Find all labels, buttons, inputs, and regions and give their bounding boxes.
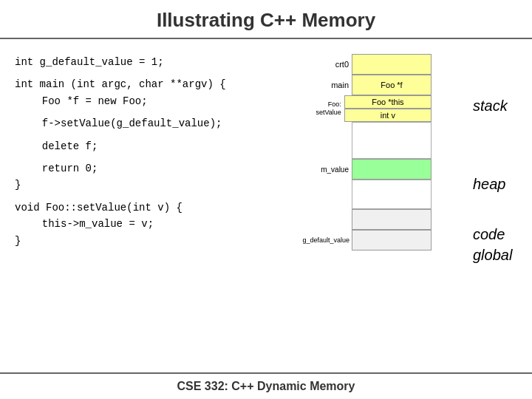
gap-cell1 — [352, 122, 432, 159]
foo-this-cell: Foo *this — [344, 95, 432, 109]
code-line9: return 0; — [15, 160, 306, 177]
footer-text: CSE 332: C++ Dynamic Memory — [0, 372, 532, 399]
code-line3: Foo *f = new Foo; — [15, 93, 306, 109]
int-v-cell: int v — [344, 109, 432, 122]
gap-row1 — [313, 122, 432, 159]
crt0-label: crt0 — [313, 54, 352, 75]
code-region-row — [313, 209, 432, 230]
crt0-row: crt0 — [313, 54, 432, 75]
code-line5: f->setValue(g_default_value); — [15, 115, 306, 132]
memory-section: crt0 main Foo *f Foo:setValue Foo *this … — [313, 54, 517, 365]
foo-setvalue-label: Foo:setValue — [313, 95, 344, 122]
code-line12: void Foo::setValue(int v) { — [15, 200, 306, 216]
global-cell — [352, 230, 432, 250]
heap-label: heap — [473, 174, 517, 194]
gap-row2 — [313, 180, 432, 209]
code-label: code — [473, 224, 517, 245]
mvalue-row: m_value — [313, 159, 432, 180]
crt0-cell — [352, 54, 432, 75]
code-line2: int main (int argc, char **argv) { — [15, 76, 306, 92]
gap-cell2 — [352, 180, 432, 209]
code-line1: int g_default_value = 1; — [15, 54, 306, 70]
g-default-label: g_default_value — [313, 230, 352, 250]
mvalue-label: m_value — [313, 159, 352, 180]
code-line14: } — [15, 233, 306, 249]
foo-setvalue-row: Foo:setValue Foo *this int v — [313, 95, 432, 122]
code-line7: delete f; — [15, 138, 306, 154]
section-labels: stack heap code global — [473, 54, 517, 265]
code-line13: this->m_value = v; — [15, 216, 306, 232]
stack-label: stack — [473, 75, 517, 137]
code-cell — [352, 209, 432, 230]
code-line10: } — [15, 177, 306, 193]
main-cell: Foo *f — [352, 75, 432, 95]
global-row: g_default_value — [313, 230, 432, 250]
diagram-and-labels: crt0 main Foo *f Foo:setValue Foo *this … — [313, 54, 517, 265]
page-title: Illustrating C++ Memory — [0, 0, 532, 39]
diagram-col: crt0 main Foo *f Foo:setValue Foo *this … — [313, 54, 468, 265]
main-label: main — [313, 75, 352, 95]
global-label: global — [473, 245, 517, 265]
mvalue-cell — [352, 159, 432, 180]
main-row: main Foo *f — [313, 75, 432, 95]
code-section: int g_default_value = 1; int main (int a… — [15, 54, 306, 365]
